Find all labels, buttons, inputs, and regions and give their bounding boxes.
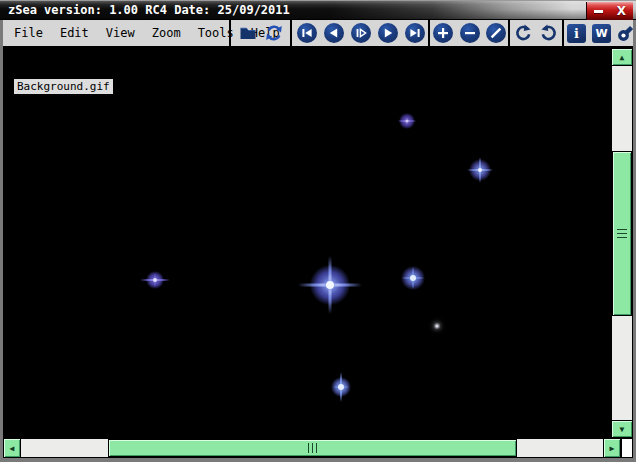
- play-icon: [351, 23, 371, 43]
- down-arrow-icon: ▼: [620, 425, 625, 434]
- zoom-in-icon: [433, 23, 453, 43]
- iconise-button[interactable]: [587, 2, 610, 20]
- previous-icon: [324, 23, 344, 43]
- titlebar[interactable]: zSea version: 1.00 RC4 Date: 25/09/2011 …: [0, 0, 636, 20]
- info-button[interactable]: i: [567, 24, 586, 43]
- vertical-scroll-track[interactable]: [612, 66, 632, 420]
- thumb-grip: [617, 229, 627, 230]
- menu-edit[interactable]: Edit: [60, 26, 89, 40]
- scroll-down-button[interactable]: ▼: [612, 420, 632, 437]
- rotate-cw-icon: [539, 23, 559, 43]
- zoom-out-button[interactable]: [460, 23, 480, 43]
- next-icon: [378, 23, 398, 43]
- thumb-grip: [617, 237, 627, 238]
- toolbar-separator: [290, 20, 292, 46]
- image-canvas[interactable]: Background.gif: [3, 48, 611, 437]
- thumb-grip: [316, 443, 317, 453]
- zsea-window: zSea version: 1.00 RC4 Date: 25/09/2011 …: [0, 0, 636, 462]
- window-border: [0, 458, 636, 462]
- toolbar-separator: [229, 20, 231, 46]
- menu-file[interactable]: File: [14, 26, 43, 40]
- window-title: zSea version: 1.00 RC4 Date: 25/09/2011: [8, 1, 290, 19]
- scroll-left-button[interactable]: ◀: [4, 439, 21, 457]
- rotate-cw-button[interactable]: [539, 23, 559, 43]
- play-slideshow-button[interactable]: [351, 23, 371, 43]
- previous-image-button[interactable]: [324, 23, 344, 43]
- info-icon: i: [574, 27, 579, 40]
- horizontal-scroll-track[interactable]: [21, 439, 603, 457]
- last-image-button[interactable]: [405, 23, 425, 43]
- v-scroll-thumb[interactable]: [612, 151, 632, 316]
- zoom-out-icon: [460, 23, 480, 43]
- scroll-right-button[interactable]: ▶: [603, 439, 620, 457]
- scroll-up-button[interactable]: ▲: [612, 49, 632, 66]
- zoom-reset-icon: [486, 23, 506, 43]
- skip-to-last-icon: [405, 23, 425, 43]
- menubar: File Edit View Zoom Tools Help: [0, 20, 636, 48]
- close-icon: X: [617, 5, 626, 17]
- web-icon: W: [595, 28, 607, 39]
- window-border: [0, 20, 3, 462]
- menu-view[interactable]: View: [106, 26, 135, 40]
- zoom-reset-button[interactable]: [486, 23, 506, 43]
- web-button[interactable]: W: [592, 24, 611, 43]
- filename-label: Background.gif: [14, 79, 113, 94]
- rotate-ccw-button[interactable]: [513, 23, 533, 43]
- right-arrow-icon: ▶: [610, 444, 615, 453]
- close-button[interactable]: X: [610, 2, 633, 20]
- iconise-icon: [594, 10, 603, 13]
- vertical-scrollbar: ▲ ▼: [611, 48, 633, 438]
- skip-to-first-icon: [297, 23, 317, 43]
- h-scroll-thumb[interactable]: [108, 439, 517, 457]
- resize-corner[interactable]: [621, 438, 633, 458]
- toolbar-separator: [428, 20, 430, 46]
- horizontal-scrollbar: ◀ ▶: [3, 438, 621, 458]
- window-buttons: X: [586, 2, 633, 20]
- thumb-grip: [308, 443, 309, 453]
- rotate-ccw-icon: [513, 23, 533, 43]
- zoom-in-button[interactable]: [433, 23, 453, 43]
- thumb-grip: [312, 443, 313, 453]
- folder-icon: [238, 23, 258, 43]
- toolbar-separator: [508, 20, 510, 46]
- first-image-button[interactable]: [297, 23, 317, 43]
- open-folder-button[interactable]: [238, 23, 258, 43]
- left-arrow-icon: ◀: [10, 444, 15, 453]
- up-arrow-icon: ▲: [620, 53, 625, 62]
- refresh-icon: [264, 23, 284, 43]
- menu-zoom[interactable]: Zoom: [152, 26, 181, 40]
- next-image-button[interactable]: [378, 23, 398, 43]
- thumb-grip: [617, 233, 627, 234]
- refresh-button[interactable]: [264, 23, 284, 43]
- toolbar-separator: [562, 20, 564, 46]
